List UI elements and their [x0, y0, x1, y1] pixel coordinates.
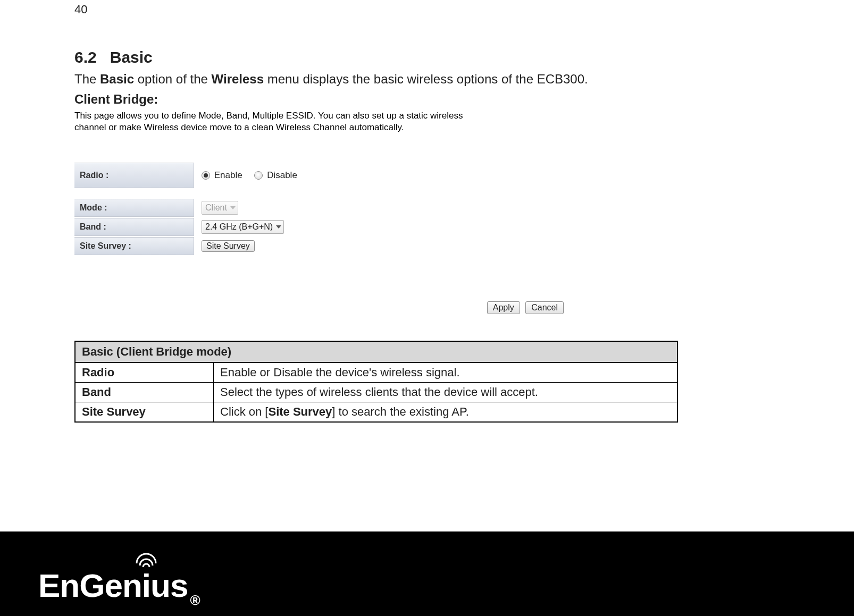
- band-label: Band :: [74, 218, 194, 236]
- radio-label: Radio :: [74, 163, 194, 188]
- band-select-value: 2.4 GHz (B+G+N): [205, 222, 273, 232]
- mode-label: Mode :: [74, 199, 194, 217]
- radio-enable-input[interactable]: [202, 171, 210, 180]
- mode-select-value: Client: [205, 203, 227, 213]
- radio-enable-label: Enable: [214, 170, 242, 180]
- page-number: 40: [74, 3, 702, 16]
- table-val: Click on [Site Survey] to search the exi…: [214, 402, 678, 423]
- logo-text-i: i: [142, 567, 150, 604]
- intro-bold2: Wireless: [212, 72, 264, 86]
- registered-icon: ®: [190, 592, 199, 609]
- table-val: Enable or Disable the device's wireless …: [214, 362, 678, 383]
- section-title: Basic: [110, 48, 153, 66]
- description-table: Basic (Client Bridge mode) Radio Enable …: [74, 341, 678, 423]
- site-survey-label: Site Survey :: [74, 237, 194, 255]
- intro-mid: option of the: [134, 72, 211, 86]
- band-select[interactable]: 2.4 GHz (B+G+N): [202, 220, 284, 234]
- radio-disable-label: Disable: [267, 170, 297, 180]
- logo-text-post: us: [150, 567, 188, 604]
- table-key: Band: [75, 383, 214, 402]
- settings-form: Radio : Enable Disable Mode : Client Ban…: [74, 163, 484, 256]
- table-row: Radio Enable or Disable the device's wir…: [75, 362, 677, 383]
- mode-select: Client: [202, 201, 238, 215]
- table-row: Site Survey Click on [Site Survey] to se…: [75, 402, 677, 423]
- section-number: 6.2: [74, 48, 97, 66]
- action-buttons: Apply Cancel: [74, 301, 577, 314]
- txt: ] to search the existing AP.: [332, 405, 469, 418]
- cancel-button[interactable]: Cancel: [525, 301, 564, 314]
- chevron-down-icon: [230, 206, 236, 209]
- intro-post: menu displays the basic wireless options…: [264, 72, 588, 86]
- intro-text: The Basic option of the Wireless menu di…: [74, 72, 702, 87]
- wifi-icon: [135, 552, 158, 568]
- chevron-down-icon: [276, 225, 281, 229]
- intro-bold1: Basic: [100, 72, 134, 86]
- engenius-logo: EnGen i us®: [38, 567, 200, 604]
- site-survey-button[interactable]: Site Survey: [202, 240, 255, 252]
- panel-description: This page allows you to define Mode, Ban…: [74, 110, 489, 133]
- table-row: Band Select the types of wireless client…: [75, 383, 677, 402]
- footer: EnGen i us®: [0, 531, 854, 616]
- txt: Click on [: [220, 405, 268, 418]
- section-heading: 6.2 Basic: [74, 48, 702, 66]
- txt-bold: Site Survey: [268, 405, 332, 418]
- subheading: Client Bridge:: [74, 92, 702, 107]
- table-val: Select the types of wireless clients tha…: [214, 383, 678, 402]
- table-header: Basic (Client Bridge mode): [75, 341, 677, 362]
- table-key: Radio: [75, 362, 214, 383]
- intro-pre: The: [74, 72, 100, 86]
- logo-text-pre: EnGen: [38, 567, 142, 604]
- radio-disable-input[interactable]: [254, 171, 263, 180]
- apply-button[interactable]: Apply: [487, 301, 520, 314]
- table-key: Site Survey: [75, 402, 214, 423]
